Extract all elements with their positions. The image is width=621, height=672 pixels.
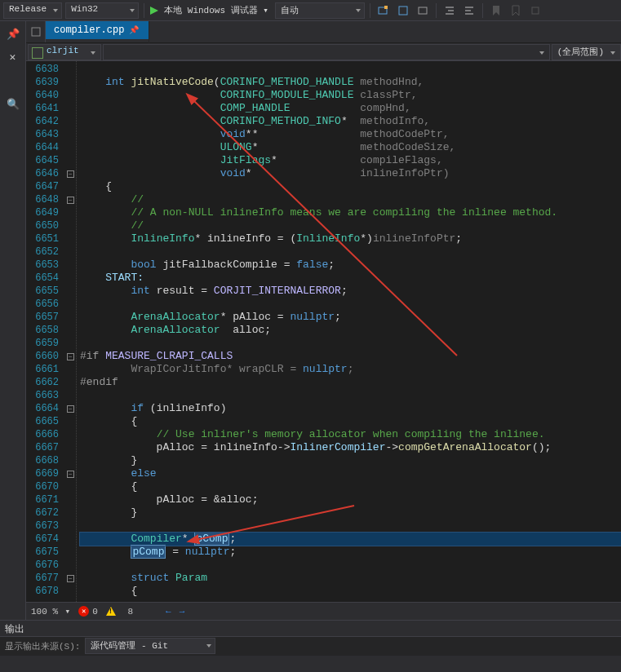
output-panel: 输出 显示输出来源(S): 源代码管理 - Git [0,620,621,656]
tab-compiler-cpp[interactable]: compiler.cpp📌 [46,21,149,39]
config-dropdown[interactable]: Release [3,2,62,19]
svg-rect-2 [384,6,388,9]
code-editor[interactable]: 6638663966406641664266436644664566466647… [26,61,621,602]
toolbar-btn-1[interactable] [375,2,392,19]
error-value: 0 [92,607,98,617]
output-source-dropdown[interactable]: 源代码管理 - Git [85,638,215,654]
nav-middle-combo[interactable] [103,44,550,60]
svg-rect-12 [32,28,40,36]
nav-bar: clrjit (全局范围) [26,43,621,61]
main-toolbar: Release Win32 本地 Windows 调试器 ▾ 自动 [0,0,621,21]
tab-bar: compiler.cpp📌ee_il_dll.cppee_il_dll.hppc… [26,21,621,43]
scope-selector[interactable]: (全局范围) [552,44,621,60]
output-title: 输出 [0,621,621,637]
auto-dropdown[interactable]: 自动 [275,2,365,19]
pin-icon[interactable]: 📌 [5,26,21,42]
output-source-label: 显示输出来源(S): [5,640,80,652]
tab-leading-icon[interactable] [26,21,46,42]
warning-count[interactable]: ! 8 [106,607,133,617]
error-count[interactable]: ✕0 [78,606,98,617]
zoom-value: 100 % [31,607,58,617]
line-gutter: 6638663966406641664266436644664566466647… [26,61,65,602]
toolbar-separator [370,3,370,18]
svg-rect-11 [532,7,539,14]
svg-rect-4 [419,7,427,14]
indent-right-icon[interactable] [461,2,477,19]
toolbar-btn-3[interactable] [415,2,431,19]
zoom-control[interactable]: 100 % ▾ [31,606,70,617]
svg-marker-0 [150,7,158,15]
bookmark-nav-icon[interactable] [508,2,524,19]
search-icon[interactable]: 🔍 [5,96,21,113]
warning-value: 8 [127,607,133,617]
fold-column[interactable]: −−−−−− [65,61,77,602]
toolbar-btn-end[interactable] [527,2,543,19]
play-icon[interactable] [149,6,159,15]
editor-region: compiler.cpp📌ee_il_dll.cppee_il_dll.hppc… [26,21,621,620]
activity-bar: 📌 ✕ 🔍 [0,21,26,620]
warning-icon: ! [106,607,116,616]
error-icon: ✕ [78,606,89,617]
indent-left-icon[interactable] [441,2,458,19]
close-icon[interactable]: ✕ [5,49,21,65]
bookmark-icon[interactable] [488,2,504,19]
nav-fwd-icon[interactable]: → [180,607,185,617]
toolbar-separator [482,3,483,18]
project-selector[interactable]: clrjit [28,44,101,60]
nav-back-icon[interactable]: ← [166,607,171,617]
pin-icon: 📌 [129,25,139,35]
editor-status-bar: 100 % ▾ ✕0 ! 8 ← → [26,602,621,620]
toolbar-btn-2[interactable] [395,2,411,19]
toolbar-separator [144,3,144,18]
debugger-label: 本地 Windows 调试器 [164,4,257,16]
code-content[interactable]: int jitNativeCode(CORINFO_METHOD_HANDLE … [77,61,621,602]
toolbar-separator [436,3,437,18]
svg-rect-3 [399,7,407,15]
debugger-button[interactable]: 本地 Windows 调试器 ▾ [162,4,272,16]
tab-label: compiler.cpp [54,24,124,36]
platform-dropdown[interactable]: Win32 [65,2,139,19]
